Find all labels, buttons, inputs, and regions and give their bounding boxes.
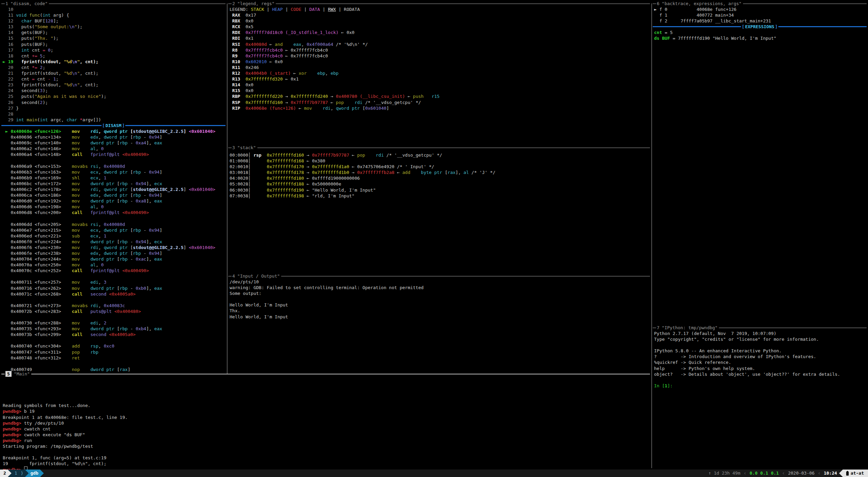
pane-title-backtrace: 6"backtrace, expressions, args" [653, 1, 867, 6]
gdb-main-pane[interactable]: Reading symbols from test...done.pwndbg>… [3, 379, 650, 473]
border-line [653, 3, 656, 4]
expressions-pane[interactable]: cnt = 5ds BUF = 7fffffffd190 "Hello Worl… [654, 30, 867, 41]
source-code-listing[interactable]: 10 11 void func(int arg) { 12 char BUF[1… [3, 6, 225, 123]
uptime-value: 1d 23h 49m [714, 471, 740, 476]
pane-title-legend-regs: 2"legend, regs" [228, 1, 650, 6]
window-index: 1 [15, 470, 17, 477]
pane-divider-vertical-left[interactable] [227, 3, 228, 374]
load-average: 0.0 0.1 0.1 [749, 470, 779, 477]
pane-number: 6 [657, 1, 659, 6]
up-arrow-icon: ↑ [708, 471, 711, 476]
pane-number: 1 [5, 1, 8, 6]
pane-title-input-output: 4"Input / Output" [228, 273, 650, 279]
border-line [257, 147, 650, 148]
divider-line [1, 125, 102, 126]
border-line [743, 3, 867, 4]
hostname: at-at [851, 470, 864, 477]
uptime-indicator: ↑ 1d 23h 49m [708, 470, 740, 477]
ipython-pane[interactable]: Python 2.7.17 (default, Nov 7 2019, 10:0… [654, 331, 867, 389]
border-line [1, 374, 5, 374]
tmux-terminal: 1"disasm, code" 2"legend, regs" 6"backtr… [0, 0, 868, 477]
pane-name: "backtrace, expressions, args" [662, 1, 742, 6]
pane-number: 7 [657, 325, 659, 331]
battery-icon [846, 471, 849, 476]
pane-title-stack: 3"stack" [228, 145, 650, 151]
hostname-segment: at-at [839, 470, 868, 477]
registers-pane[interactable]: LEGEND: STACK | HEAP | CODE | DATA | RWX… [230, 6, 650, 111]
date-display: 2020-03-06 [788, 470, 814, 477]
divider-bracket: [ [741, 24, 745, 30]
border-line [653, 328, 656, 328]
stack-pane[interactable]: 00:0000│ rsp 0x7fffffffd160 → 0x7ffff7b9… [230, 152, 650, 199]
pane-divider-vertical-right[interactable] [651, 3, 652, 468]
pane-name: "IPython: tmp/pwndbg" [662, 325, 718, 331]
divider-bracket: [ [102, 123, 106, 128]
border-line [1, 3, 5, 4]
pane-number: 3 [232, 145, 235, 151]
pane-name: "stack" [237, 145, 256, 151]
border-line [228, 147, 232, 148]
status-bar-right: ↑ 1d 23h 49m ‹ 0.0 0.1 0.1 ‹ 2020-03-06 … [708, 470, 868, 477]
expressions-divider-label: EXPRESSIONS [745, 24, 774, 30]
border-line [281, 276, 650, 277]
divider-bracket: ] [774, 24, 778, 30]
chevron-separator-icon: ‹ [815, 470, 824, 477]
chevron-separator-icon: ‹ [779, 470, 788, 477]
divider-bracket: ] [121, 123, 125, 128]
pane-number: 2 [232, 1, 235, 6]
border-line [228, 3, 232, 4]
border-line [228, 276, 232, 277]
pane-name: "legend, regs" [237, 1, 275, 6]
pane-name: "disasm, code" [11, 1, 48, 6]
expressions-section-divider: [ EXPRESSIONS ] [653, 24, 867, 30]
clock-display: 10:24 [824, 470, 837, 477]
pane-title-ipython: 7"IPython: tmp/pwndbg" [653, 325, 867, 331]
border-line [276, 3, 650, 4]
border-line [31, 374, 650, 374]
chevron-separator-icon: ⟩ [21, 470, 23, 477]
border-line [719, 328, 867, 328]
pane-name: "Input / Output" [237, 273, 280, 279]
divider-line [778, 26, 867, 27]
program-io-pane[interactable]: /dev/pts/10warning: GDB: Failed to set c… [230, 279, 650, 320]
disassembly-listing[interactable]: ► 0x40068e <func+126> mov rdi, qword ptr… [3, 128, 225, 372]
disasm-divider-label: DISASM [106, 123, 122, 128]
tmux-status-bar: 2 1⟩ gdb ↑ 1d 23h 49m ‹ 0.0 0.1 0.1 ‹ 20… [0, 470, 868, 477]
backtrace-pane[interactable]: ► f 0 40068e func+126 f 1 400772 main+34… [654, 6, 867, 24]
pane-number: 4 [232, 273, 235, 279]
disasm-section-divider: [ DISASM ] [1, 123, 225, 128]
divider-line [653, 26, 741, 27]
pane-title-disasm-code: 1"disasm, code" [1, 1, 225, 6]
border-line [49, 3, 225, 4]
divider-line [125, 125, 225, 126]
chevron-separator-icon: ‹ [740, 470, 749, 477]
